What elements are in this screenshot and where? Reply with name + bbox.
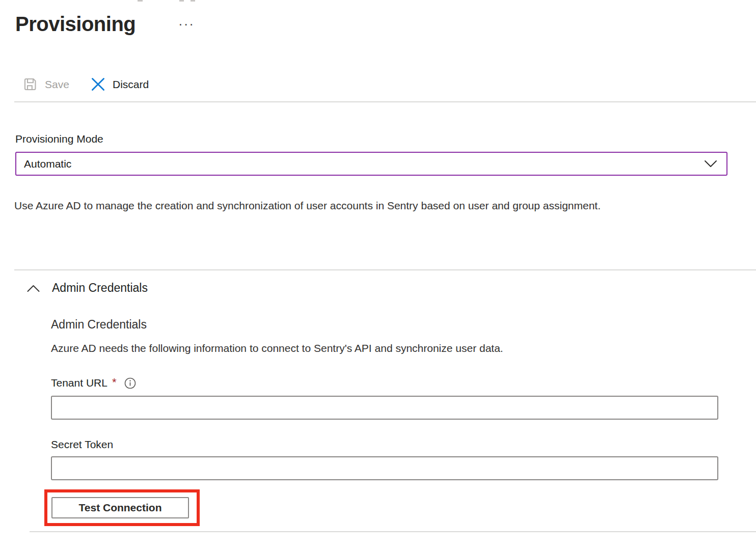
section-divider (14, 269, 756, 270)
info-icon[interactable] (124, 377, 136, 389)
save-icon (22, 76, 38, 92)
secret-token-label: Secret Token (51, 438, 113, 451)
tenant-url-input[interactable] (51, 396, 718, 420)
chevron-up-icon (26, 284, 40, 293)
save-button[interactable]: Save (19, 74, 72, 94)
provisioning-mode-dropdown[interactable]: Automatic (15, 152, 727, 176)
admin-credentials-section-toggle[interactable]: Admin Credentials (22, 279, 152, 297)
chevron-down-icon (704, 160, 717, 168)
page-title: Provisioning (15, 9, 136, 39)
test-connection-button[interactable]: Test Connection (51, 497, 189, 518)
provisioning-mode-description: Use Azure AD to manage the creation and … (14, 195, 679, 216)
secret-token-input[interactable] (51, 456, 718, 480)
tenant-url-label: Tenant URL (51, 376, 107, 390)
close-icon (90, 76, 106, 92)
provisioning-mode-value: Automatic (24, 158, 704, 170)
discard-button[interactable]: Discard (87, 74, 152, 94)
more-options-button[interactable]: ··· (175, 15, 198, 33)
provisioning-mode-label: Provisioning Mode (15, 132, 103, 146)
required-marker: * (112, 376, 117, 389)
discard-label: Discard (113, 78, 149, 91)
bottom-divider (30, 531, 756, 532)
admin-credentials-subheading: Admin Credentials (51, 318, 147, 332)
clipped-header-fragment (138, 0, 143, 2)
clipped-header-fragment (191, 0, 195, 2)
admin-credentials-description: Azure AD needs the following information… (51, 342, 503, 354)
provisioning-page: Provisioning ··· Save Discard Provisioni… (0, 0, 756, 549)
admin-credentials-section-label: Admin Credentials (52, 281, 148, 295)
clipped-header-fragment (179, 0, 184, 2)
save-label: Save (45, 78, 69, 91)
tenant-url-label-row: Tenant URL * (51, 376, 136, 390)
toolbar-divider (14, 101, 756, 102)
